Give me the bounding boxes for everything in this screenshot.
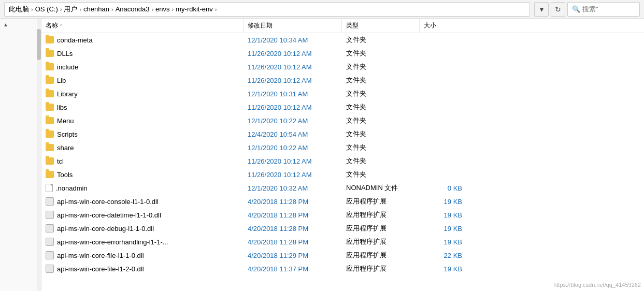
breadcrumb-path[interactable]: 此电脑 › OS (C:) › 用户 › chenhan › Anaconda3… [4, 2, 530, 17]
dropdown-button[interactable]: ▾ [534, 2, 549, 17]
sort-arrow-name: ^ [60, 23, 62, 28]
cell-size: 19 KB [420, 195, 466, 208]
cell-size [420, 154, 466, 168]
file-name: include [57, 63, 78, 71]
table-row[interactable]: libs 11/26/2020 10:12 AM 文件夹 [41, 100, 644, 114]
breadcrumb-item-2[interactable]: 用户 [64, 5, 77, 14]
breadcrumb-sep-3: › [111, 6, 113, 12]
cell-name: api-ms-win-core-errorhandling-l1-1-... [41, 235, 244, 249]
cell-date: 11/26/2020 10:12 AM [244, 47, 342, 60]
file-name: api-ms-win-core-errorhandling-l1-1-... [57, 238, 168, 246]
cell-date: 12/1/2020 10:31 AM [244, 87, 342, 100]
breadcrumb-item-1[interactable]: OS (C:) [35, 5, 58, 13]
sidebar-scroll-up[interactable]: ▲ [2, 21, 9, 28]
breadcrumb-item-0[interactable]: 此电脑 [9, 5, 29, 14]
cell-date: 11/26/2020 10:12 AM [244, 168, 342, 181]
address-bar: 此电脑 › OS (C:) › 用户 › chenhan › Anaconda3… [0, 0, 644, 19]
sidebar-scrollbar-thumb[interactable] [37, 29, 41, 60]
file-name: Lib [57, 77, 66, 84]
dll-icon [46, 224, 54, 232]
cell-date: 12/1/2020 10:22 AM [244, 141, 342, 154]
table-row[interactable]: api-ms-win-core-datetime-l1-1-0.dll 4/20… [41, 208, 644, 222]
cell-type: 文件夹 [342, 87, 420, 100]
table-row[interactable]: conda-meta 12/1/2020 10:34 AM 文件夹 [41, 33, 644, 47]
file-name: conda-meta [57, 36, 93, 44]
table-row[interactable]: Library 12/1/2020 10:31 AM 文件夹 [41, 87, 644, 100]
file-name: Scripts [57, 130, 78, 138]
cell-date: 12/1/2020 10:22 AM [244, 114, 342, 127]
breadcrumb-sep-6: › [215, 6, 217, 12]
folder-icon [46, 63, 54, 70]
cell-type: 文件夹 [342, 141, 420, 154]
breadcrumb-item-3[interactable]: chenhan [83, 5, 109, 13]
cell-size: 0 KB [420, 181, 466, 195]
table-row[interactable]: Menu 12/1/2020 10:22 AM 文件夹 [41, 114, 644, 127]
table-row[interactable]: DLLs 11/26/2020 10:12 AM 文件夹 [41, 47, 644, 60]
folder-icon [46, 50, 54, 57]
table-row[interactable]: api-ms-win-core-file-l1-2-0.dll 4/20/201… [41, 262, 644, 275]
dll-icon [46, 238, 54, 246]
cell-name: Menu [41, 114, 244, 127]
cell-type: 文件夹 [342, 154, 420, 168]
folder-icon [46, 144, 54, 151]
cell-size: 19 KB [420, 235, 466, 249]
cell-size [420, 100, 466, 114]
cell-date: 4/20/2018 11:29 PM [244, 249, 342, 262]
col-header-size[interactable]: 大小 [420, 19, 466, 33]
table-row[interactable]: .nonadmin 12/1/2020 10:32 AM NONADMIN 文件… [41, 181, 644, 195]
cell-name: libs [41, 100, 244, 114]
breadcrumb-sep-2: › [79, 6, 81, 12]
cell-size [420, 87, 466, 100]
table-row[interactable]: Lib 11/26/2020 10:12 AM 文件夹 [41, 74, 644, 87]
cell-type: 应用程序扩展 [342, 222, 420, 235]
search-input[interactable] [582, 5, 634, 13]
table-row[interactable]: tcl 11/26/2020 10:12 AM 文件夹 [41, 154, 644, 168]
folder-icon [46, 130, 54, 138]
main-layout: ▲ 名称 ^ 修改日期 类型 大小 conda-met [0, 19, 644, 291]
cell-size [420, 168, 466, 181]
table-row[interactable]: Scripts 12/4/2020 10:54 AM 文件夹 [41, 127, 644, 141]
dll-icon [46, 197, 54, 206]
table-row[interactable]: api-ms-win-core-debug-l1-1-0.dll 4/20/20… [41, 222, 644, 235]
breadcrumb-item-4[interactable]: Anaconda3 [116, 5, 150, 13]
cell-type: 文件夹 [342, 100, 420, 114]
cell-name: include [41, 60, 244, 74]
col-header-date[interactable]: 修改日期 [244, 19, 342, 33]
table-row[interactable]: include 11/26/2020 10:12 AM 文件夹 [41, 60, 644, 74]
sidebar-scrollbar[interactable] [37, 19, 41, 291]
breadcrumb-sep-0: › [31, 6, 33, 12]
col-header-name[interactable]: 名称 ^ [41, 19, 244, 33]
refresh-button[interactable]: ↻ [551, 2, 565, 17]
cell-name: api-ms-win-core-file-l1-1-0.dll [41, 249, 244, 262]
table-row[interactable]: api-ms-win-core-errorhandling-l1-1-... 4… [41, 235, 644, 249]
cell-size: 19 KB [420, 222, 466, 235]
cell-name: Scripts [41, 127, 244, 141]
cell-name: Library [41, 87, 244, 100]
breadcrumb-item-6[interactable]: my-rdkit-env [176, 5, 213, 13]
table-row[interactable]: api-ms-win-core-console-l1-1-0.dll 4/20/… [41, 195, 644, 208]
cell-type: 文件夹 [342, 60, 420, 74]
file-name: Tools [57, 171, 73, 179]
table-row[interactable]: api-ms-win-core-file-l1-1-0.dll 4/20/201… [41, 249, 644, 262]
file-name: DLLs [57, 50, 73, 57]
cell-type: 文件夹 [342, 168, 420, 181]
cell-type: 文件夹 [342, 127, 420, 141]
cell-type: 文件夹 [342, 114, 420, 127]
breadcrumb-sep-4: › [151, 6, 153, 12]
table-row[interactable]: Tools 11/26/2020 10:12 AM 文件夹 [41, 168, 644, 181]
cell-size [420, 114, 466, 127]
table-row[interactable]: share 12/1/2020 10:22 AM 文件夹 [41, 141, 644, 154]
col-header-type[interactable]: 类型 [342, 19, 420, 33]
file-name: Library [57, 90, 78, 98]
folder-icon [46, 90, 54, 97]
column-headers: 名称 ^ 修改日期 类型 大小 [41, 19, 644, 33]
cell-date: 11/26/2020 10:12 AM [244, 154, 342, 168]
cell-type: NONADMIN 文件 [342, 181, 420, 195]
breadcrumb-item-5[interactable]: envs [155, 5, 169, 13]
search-box[interactable]: 🔍 [567, 2, 640, 17]
cell-size [420, 47, 466, 60]
cell-name: tcl [41, 154, 244, 168]
file-name: libs [57, 104, 67, 111]
cell-name: Tools [41, 168, 244, 181]
cell-size [420, 127, 466, 141]
